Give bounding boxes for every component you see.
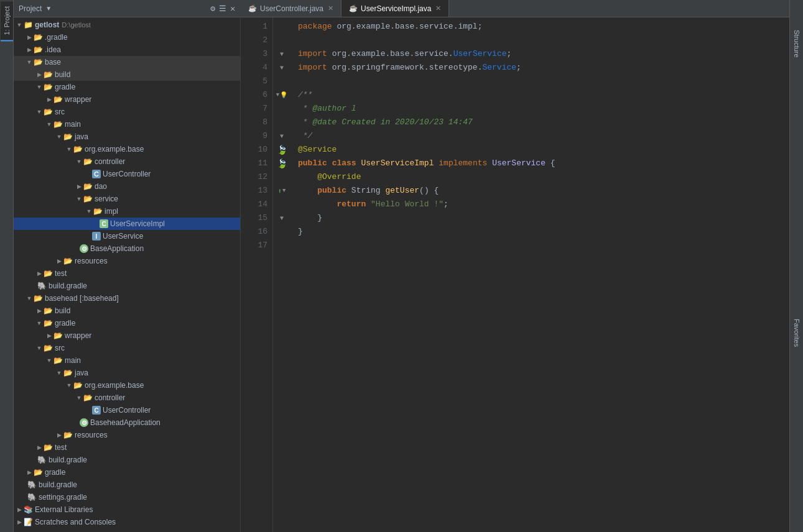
tree-arrow: ▶ (35, 71, 44, 78)
sidebar-dropdown-icon[interactable]: ▼ (45, 5, 52, 12)
tree-item-buildgradle3[interactable]: 🐘 build.gradle (14, 479, 240, 491)
code-line-3: import org.example.base.service.UserServ… (298, 47, 789, 61)
folder-open-icon: 📂 (53, 120, 63, 129)
tree-item-resources2[interactable]: ▶ 📂 resources (14, 429, 240, 441)
tree-item-base[interactable]: ▼ 📂 base (14, 56, 240, 68)
tree-label: build.gradle (49, 282, 87, 290)
tree-item-main2[interactable]: ▼ 📂 main (14, 354, 240, 367)
tree-item-getlost[interactable]: ▼ 📁 getlost D:\getlost (14, 19, 240, 31)
tree-label: resources (75, 257, 108, 265)
tree-item-idea[interactable]: ▶ 📂 .idea (14, 44, 240, 56)
gutter-line13[interactable]: ⬆ ▼ (273, 184, 290, 198)
tree-item-build1[interactable]: ▶ 📂 build (14, 68, 240, 81)
tree-arrow: ▶ (35, 270, 44, 277)
tab-userserviceimpl[interactable]: ☕ UserServiceImpl.java ✕ (341, 0, 449, 17)
tree-arrow: ▼ (35, 320, 44, 326)
sidebar-gear-icon[interactable]: ⚙ (210, 4, 215, 14)
tree-item-basehead[interactable]: ▼ 📂 basehead [:basehead] (14, 292, 240, 305)
tree-item-controller1[interactable]: ▼ 📂 controller (14, 155, 240, 168)
collapse-icon-6[interactable]: ▼ (276, 92, 279, 98)
tree-arrow: ▼ (55, 370, 63, 376)
tree-item-buildgradle1[interactable]: 🐘 build.gradle (14, 280, 240, 292)
gutter-line10: 🍃 (273, 143, 290, 157)
code-content[interactable]: package org.example.base.service.impl; i… (290, 17, 789, 532)
tree-item-wrapper1[interactable]: ▶ 📂 wrapper (14, 93, 240, 106)
tree-item-gradle1[interactable]: ▼ 📂 gradle (14, 81, 240, 93)
folder-icon: 📂 (53, 95, 63, 104)
favorites-vertical-tab[interactable]: Favorites (791, 314, 803, 352)
tree-label: src (55, 108, 65, 116)
tree-item-impl1[interactable]: ▼ 📂 impl (14, 205, 240, 218)
gutter-line15[interactable]: ▼ (273, 211, 290, 225)
gutter-line9[interactable]: ▼ (273, 129, 290, 143)
tree-arrow: ▼ (25, 59, 34, 65)
sidebar-close-icon[interactable]: ✕ (230, 4, 235, 14)
tree-arrow: ▶ (75, 183, 83, 190)
tab-close-icon[interactable]: ✕ (328, 4, 333, 12)
code-editor: 1 2 3 4 5 6 7 8 9 10 11 12 13 14 15 16 1… (241, 17, 789, 532)
tree-item-settingsgradle[interactable]: 🐘 settings.gradle (14, 491, 240, 503)
tree-label: dao (95, 182, 107, 191)
folder-icon: 📂 (44, 70, 53, 79)
structure-vertical-tab[interactable]: Structure (791, 25, 803, 63)
tree-item-gradle3[interactable]: ▼ 📂 gradle (14, 317, 240, 329)
spring-class-icon2: ⚙ (80, 418, 88, 427)
tree-item-src1[interactable]: ▼ 📂 src (14, 106, 240, 118)
tree-item-java2[interactable]: ▼ 📂 java (14, 367, 240, 379)
project-vertical-tab[interactable]: 1: Project (1, 1, 13, 41)
folder-icon: 📂 (34, 45, 43, 54)
tree-arrow: ▼ (75, 196, 83, 202)
tree-item-service1[interactable]: ▼ 📂 service (14, 193, 240, 205)
tree-item-wrapper2[interactable]: ▶ 📂 wrapper (14, 329, 240, 342)
tree-item-scratches[interactable]: ▶ 📝 Scratches and Consoles (14, 516, 240, 528)
tree-item-test1[interactable]: ▶ 📂 test (14, 267, 240, 280)
tree-item-build2[interactable]: ▶ 📂 build (14, 305, 240, 317)
tree-item-src2[interactable]: ▼ 📂 src (14, 342, 240, 354)
tree-item-controller2[interactable]: ▼ 📂 controller (14, 392, 240, 404)
gutter-line3[interactable]: ▼ (273, 47, 290, 61)
scratches-icon: 📝 (24, 518, 33, 526)
code-line-13: public String getUser() { (298, 184, 789, 198)
tree-item-resources1[interactable]: ▶ 📂 resources (14, 255, 240, 267)
tree-label: BaseApplication (90, 244, 144, 253)
folder-open-icon: 📂 (53, 356, 63, 365)
bulb-icon[interactable]: 💡 (280, 91, 287, 99)
tree-item-org-example-base1[interactable]: ▼ 📂 org.example.base (14, 143, 240, 155)
tree-label: Scratches and Consoles (35, 518, 116, 526)
collapse-icon-13[interactable]: ▼ (282, 188, 285, 194)
gradle-icon: 🐘 (37, 282, 47, 290)
tree-label: External Libraries (35, 505, 93, 514)
code-line-4: import org.springframework.stereotype.Se… (298, 61, 789, 75)
java-impl-icon: C (100, 219, 108, 228)
tree-item-org-example-base2[interactable]: ▼ 📂 org.example.base (14, 379, 240, 392)
tree-item-userservice1[interactable]: I UserService (14, 230, 240, 242)
gutter-line6[interactable]: ▼ 💡 (273, 88, 290, 102)
tree-item-external-libs[interactable]: ▶ 📚 External Libraries (14, 503, 240, 516)
tree-item-java1[interactable]: ▼ 📂 java (14, 131, 240, 143)
tree-item-usercontroller2[interactable]: C UserController (14, 404, 240, 416)
tree-item-gradle4[interactable]: ▶ 📂 gradle (14, 466, 240, 479)
tree-label: gradle (55, 83, 75, 91)
folder-icon: 📂 (53, 331, 63, 340)
tree-arrow: ▼ (35, 345, 44, 351)
tree-item-buildgradle2[interactable]: 🐘 build.gradle (14, 454, 240, 466)
gutter-line5 (273, 75, 290, 88)
tree-item-userserviceimpl[interactable]: C UserServiceImpl (14, 218, 240, 230)
tree-item-baseheadapplication[interactable]: ⚙ BaseheadApplication (14, 416, 240, 429)
tree-item-main1[interactable]: ▼ 📂 main (14, 118, 240, 131)
tree-label: java (75, 369, 88, 377)
gutter-line4[interactable]: ▼ (273, 61, 290, 75)
tree-arrow: ▼ (75, 395, 83, 401)
tree-item-baseapplication[interactable]: ⚙ BaseApplication (14, 242, 240, 255)
gradle-icon4: 🐘 (27, 493, 37, 502)
gutter-line7 (273, 102, 290, 116)
tree-item-usercontroller1[interactable]: C UserController (14, 168, 240, 180)
tree-label: UserServiceImpl (110, 219, 165, 228)
tree-item-test2[interactable]: ▶ 📂 test (14, 441, 240, 454)
tree-item-dao[interactable]: ▶ 📂 dao (14, 180, 240, 193)
tree-item-gradle-hidden[interactable]: ▶ 📂 .gradle (14, 31, 240, 44)
tab-usercontroller[interactable]: ☕ UserController.java ✕ (241, 0, 341, 17)
sidebar-settings-icon[interactable]: ☰ (219, 4, 226, 14)
tab-close-active-icon[interactable]: ✕ (435, 4, 441, 12)
tree-arrow: ▼ (45, 121, 53, 127)
